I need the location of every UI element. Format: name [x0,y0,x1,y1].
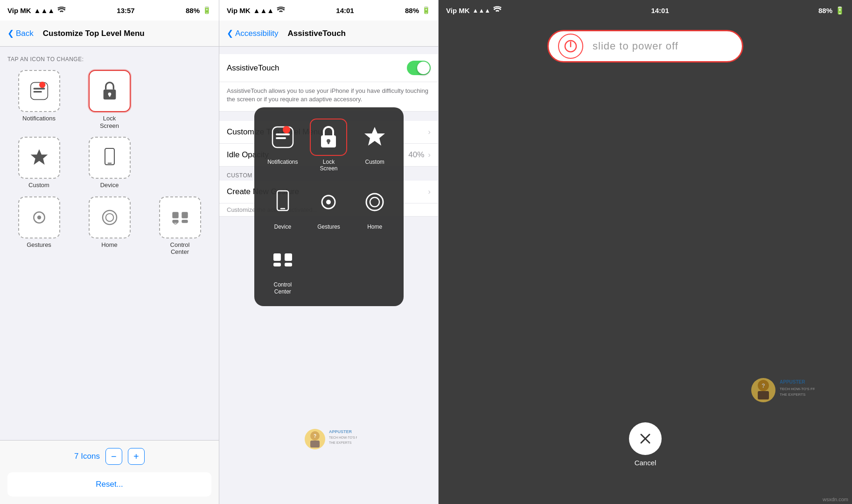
status-bar-panel2: Vip MK ▲▲▲ 14:01 88% 🔋 [219,0,438,21]
back-button-p2[interactable]: ❮ Accessibility [227,28,279,38]
overlay-icon-home[interactable] [356,183,393,221]
minus-button[interactable]: − [105,448,122,465]
time-display: 13:57 [117,7,134,14]
power-off-slider[interactable]: slide to power off [547,30,743,63]
icon-box-custom[interactable] [18,137,60,179]
icon-box-lock-screen[interactable] [89,70,131,112]
overlay-icon-gestures[interactable] [310,183,347,221]
icon-box-gestures[interactable] [18,196,60,238]
overlay-cell-notifications[interactable]: Notifications [262,115,304,176]
svg-rect-36 [285,263,292,266]
overlay-cell-custom[interactable]: Custom [354,115,396,176]
status-left-p3: Vip MK ▲▲▲ [446,6,502,14]
chevron-icon-customize: › [428,127,431,137]
icon-cell-empty [148,70,211,129]
svg-rect-49 [758,391,769,399]
svg-rect-34 [285,253,292,261]
svg-text:APPUSTER: APPUSTER [780,379,805,385]
svg-point-13 [105,213,113,221]
overlay-icon-control-center[interactable] [264,241,301,279]
icon-box-notifications[interactable] [18,70,60,112]
cancel-section: Cancel [629,422,662,467]
time-p3: 14:01 [651,7,669,14]
power-off-slider-container: slide to power off [547,30,743,63]
overlay-cell-control-center[interactable]: ControlCenter [262,238,304,299]
svg-rect-15 [182,212,188,218]
icon-box-control-center[interactable] [159,196,201,238]
bottom-bar: 7 Icons − + Reset... [0,440,219,504]
chevron-icon-gesture: › [428,187,431,196]
overlay-label-lock-screen: LockScreen [320,159,337,172]
assistivetouch-toggle-row[interactable]: AssistiveTouch [219,54,438,82]
overlay-icon-device[interactable] [264,183,301,221]
back-chevron-icon: ❮ [7,28,14,38]
icon-cell-notifications[interactable]: Notifications [7,70,70,129]
svg-point-46 [751,378,775,402]
cancel-button[interactable] [629,422,662,455]
svg-point-30 [326,200,331,204]
svg-rect-8 [105,148,114,165]
section-header: TAP AN ICON TO CHANGE: [0,47,219,66]
svg-rect-33 [273,253,281,261]
status-bar-panel3: Vip MK ▲▲▲ 14:01 88% 🔋 [439,0,852,21]
overlay-menu: Notifications LockScreen [254,107,404,306]
icon-cell-device[interactable]: Device [78,137,141,189]
power-button-icon [558,34,583,59]
nav-bar-panel2: ❮ Accessibility AssistiveTouch [219,21,438,47]
svg-text:?: ? [761,383,765,389]
icon-cell-gestures[interactable]: Gestures [7,196,70,256]
icon-cell-control-center[interactable]: ControlCenter [148,196,211,256]
svg-rect-2 [33,88,45,89]
svg-rect-21 [276,133,290,135]
back-button[interactable]: ❮ Back [7,28,34,38]
plus-button[interactable]: + [128,448,145,465]
toggle-switch[interactable] [407,61,431,75]
reset-button[interactable]: Reset... [96,480,123,489]
status-right-p3: 88% 🔋 [818,6,845,15]
wifi-icon [57,7,66,14]
overlay-grid: Notifications LockScreen [262,115,396,299]
time-p2: 14:01 [336,7,354,14]
page-title: Customize Top Level Menu [43,29,145,38]
status-right-p2: 88% 🔋 [405,6,431,14]
overlay-cell-lock-screen[interactable]: LockScreen [307,115,350,176]
icon-cell-lock-screen[interactable]: LockScreen [78,70,141,129]
carrier-p3: Vip MK [446,7,470,14]
svg-point-1 [39,82,45,88]
nav-bar-panel1: ❮ Back Customize Top Level Menu [0,21,219,47]
reset-container: Reset... [7,472,211,497]
svg-rect-27 [277,191,288,210]
overlay-label-notifications: Notifications [267,159,298,165]
svg-text:THE EXPERTS: THE EXPERTS [780,392,805,397]
overlay-cell-device[interactable]: Device [262,180,304,234]
overlay-icon-custom[interactable] [356,119,393,156]
site-watermark: wsxdn.com [823,497,848,502]
battery-p2: 88% [405,7,419,14]
signal-icon: ▲▲▲ [34,7,55,14]
overlay-cell-home[interactable]: Home [354,180,396,234]
panel-power-off: Vip MK ▲▲▲ 14:01 88% 🔋 slide to power of… [439,0,852,504]
status-left: Vip MK ▲▲▲ [7,7,66,14]
overlay-icon-lock-screen[interactable] [310,119,347,156]
svg-rect-6 [109,94,110,97]
chevron-icon-idle: › [428,150,431,160]
icon-cell-custom[interactable]: Custom [7,137,70,189]
icon-label-lock-screen: LockScreen [100,115,119,129]
svg-text:TECH HOW-TO'S FROM: TECH HOW-TO'S FROM [780,387,815,391]
back-chevron-icon-p2: ❮ [227,28,233,38]
icon-label-control-center: ControlCenter [170,241,190,256]
svg-marker-26 [364,127,385,146]
icon-cell-home[interactable]: Home [78,196,141,256]
battery-icon: 🔋 [203,6,211,14]
battery-p3: 88% [818,7,832,14]
status-left-p2: Vip MK ▲▲▲ [227,7,285,14]
icon-box-device[interactable] [89,137,131,179]
overlay-label-gestures: Gestures [317,224,340,230]
cancel-label: Cancel [635,459,656,467]
slide-to-power-off-text: slide to power off [593,40,678,52]
overlay-cell-gestures[interactable]: Gestures [307,180,350,234]
icon-box-home[interactable] [89,196,131,238]
overlay-icon-notifications[interactable] [264,119,301,156]
idle-opacity-value: 40% [408,150,424,160]
signal-icon-p2: ▲▲▲ [253,7,274,14]
